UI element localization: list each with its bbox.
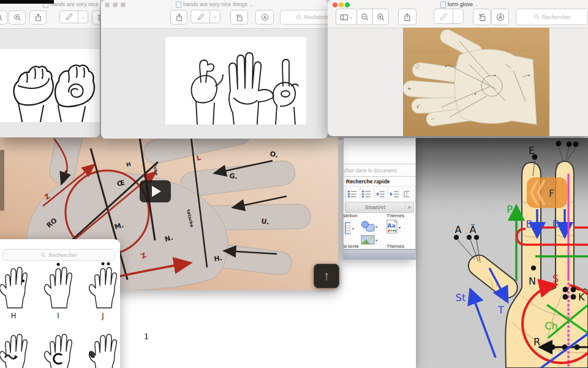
- document-icon: [176, 1, 181, 8]
- indent-icon[interactable]: [388, 188, 401, 199]
- lorm-hand-thumbshade: [88, 334, 116, 368]
- scroll-top-button[interactable]: ↑: [314, 264, 339, 288]
- play-button[interactable]: [140, 180, 171, 202]
- window-lorm-glove: lorm glove ⌄ ⌄ ⌄ Rechercher: [328, 0, 588, 136]
- diagram-label-a: A: [455, 224, 462, 236]
- lorm-hand-i: [45, 263, 72, 309]
- zoom-out-button[interactable]: [356, 9, 373, 25]
- rotate-button[interactable]: [230, 10, 248, 25]
- bullet-list-icon[interactable]: [360, 188, 372, 199]
- window-c-title: lorm glove: [448, 1, 473, 7]
- markup-pen-button[interactable]: [59, 10, 78, 23]
- diagram-label-b: B: [526, 218, 533, 230]
- three-hands-image: [165, 37, 306, 125]
- rotate-button[interactable]: [92, 10, 100, 25]
- arrow-up-icon: ↑: [323, 269, 330, 283]
- shapes-icon[interactable]: ▾: [361, 220, 377, 232]
- window-hands-left: hands are very nice things ⌄ ⌄: [0, 0, 100, 137]
- themes-section-header: Thèmes: [386, 213, 415, 220]
- window-hands-grid: Rechercher H I J: [0, 239, 120, 368]
- diagram-label-ch: Ch: [545, 320, 557, 332]
- diagram-label-t: T: [497, 304, 504, 316]
- close-button[interactable]: [333, 2, 337, 7]
- diagram-label-ae: Ä: [470, 224, 477, 236]
- document-icon: [440, 1, 446, 8]
- lorm-hand-squiggle: [0, 334, 27, 368]
- glove-letter: U.: [261, 217, 270, 226]
- grid-letter: I: [57, 312, 59, 320]
- document-search-input[interactable]: Rechercher dans le document: [344, 164, 415, 177]
- textbox-label: Zone de texte: [344, 243, 380, 249]
- sidebar-toggle-button[interactable]: ⌄: [336, 9, 357, 25]
- diagram-label-r: R: [533, 336, 540, 348]
- background-window-strip: [0, 0, 54, 4]
- rotate-button[interactable]: [473, 9, 491, 25]
- search-icon: [533, 13, 540, 20]
- svg-text:Aa: Aa: [387, 223, 395, 229]
- grid-letter: J: [101, 312, 104, 320]
- window-a-title: hands are very nice things: [50, 1, 100, 7]
- sidebar-icon: [340, 13, 349, 21]
- window-b-toolbar: hands are very nice things ⌄ ⌄ Recherche…: [101, 0, 328, 29]
- share-button[interactable]: [170, 10, 187, 25]
- diagram-label-p: P: [507, 204, 513, 215]
- quick-search-header: Recherche rapide: [344, 177, 415, 186]
- window-a-toolbar: hands are very nice things ⌄ ⌄: [0, 0, 100, 29]
- glove-letter: O.: [269, 150, 279, 159]
- markup-pen-button[interactable]: [190, 10, 209, 23]
- table-icon[interactable]: [402, 188, 411, 199]
- zoom-in-button[interactable]: [9, 10, 26, 25]
- markup-chevron-button[interactable]: ⌄: [78, 10, 88, 23]
- glove-letter: H.: [214, 254, 223, 263]
- document-text: 1 nimuat auassat (les enfants dansent) n…: [144, 309, 324, 368]
- lorm-hand-c: [45, 334, 72, 368]
- window-c-toolbar: lorm glove ⌄ ⌄ ⌄ Rechercher: [328, 0, 588, 28]
- search-input[interactable]: Rechercher: [516, 9, 588, 25]
- search-input[interactable]: Rechercher: [280, 10, 328, 25]
- overflow-chevron[interactable]: »: [405, 204, 413, 210]
- play-icon: [152, 186, 161, 197]
- diagram-label-f: F: [549, 188, 554, 199]
- smartart-tab[interactable]: SmartArt »: [345, 202, 414, 213]
- zoom-window-button[interactable]: [345, 2, 350, 7]
- zoom-out-button[interactable]: [0, 10, 7, 25]
- markup-pen-button[interactable]: [434, 9, 453, 24]
- desktop: { "colors": { "accent_blue": "#2b46dd", …: [0, 0, 588, 368]
- markup-chevron-button[interactable]: ⌄: [453, 9, 464, 24]
- page-number: 1: [144, 331, 324, 342]
- chevron-down-icon: ⌄: [475, 2, 478, 7]
- share-button[interactable]: [398, 9, 417, 25]
- diagram-f-highlight: [527, 177, 567, 208]
- lorm-glove-photo: [403, 28, 549, 136]
- word-toolbox-panel: Rechercher dans le document Recherche ra…: [343, 138, 416, 260]
- diagram-label-s: S: [552, 273, 559, 285]
- annotate-button[interactable]: [255, 10, 274, 25]
- numbered-list-icon[interactable]: [345, 188, 358, 199]
- markup-chevron-button[interactable]: ⌄: [209, 10, 221, 23]
- search-icon: [40, 252, 47, 258]
- insertion-section-header: Insertion: [344, 213, 382, 220]
- fists-image: [0, 49, 100, 122]
- grid-letter: H: [11, 312, 17, 320]
- share-button[interactable]: [29, 10, 47, 25]
- window-b-title: hands are very nice things: [183, 1, 247, 7]
- annotate-button[interactable]: [491, 9, 509, 25]
- diagram-label-k: K: [578, 291, 585, 303]
- text-box-icon[interactable]: ▾: [344, 221, 354, 235]
- chevron-down-icon: ⌄: [249, 2, 253, 7]
- diagram-label-st: St: [456, 292, 466, 304]
- lorm-hand-j: [89, 263, 117, 309]
- lorm-alphabet-grid: H I J: [0, 258, 120, 368]
- lorm-diagram-image: E F P B D A Ä St T: [415, 138, 588, 368]
- zoom-in-button[interactable]: [372, 9, 389, 25]
- lorm-hand-h: [0, 267, 27, 308]
- themes-label: Thèmes: [386, 243, 404, 249]
- outdent-icon[interactable]: [374, 188, 386, 199]
- glove-letter: G.: [229, 172, 238, 181]
- diagram-label-n: N: [529, 275, 536, 287]
- themes-icon[interactable]: Aa ▾: [386, 220, 401, 234]
- window-hands-center: hands are very nice things ⌄ ⌄ Recherche…: [101, 0, 328, 139]
- minimize-button[interactable]: [339, 2, 344, 7]
- word-panel-scrollbar[interactable]: [344, 249, 415, 259]
- search-icon: [296, 14, 303, 21]
